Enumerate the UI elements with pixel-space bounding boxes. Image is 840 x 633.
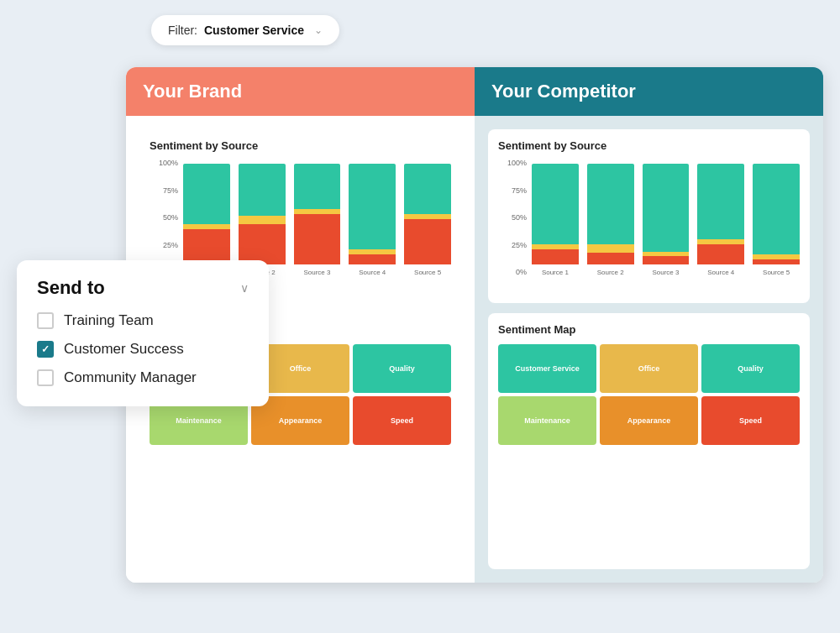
- customer-success-label: Customer Success: [64, 341, 184, 358]
- chevron-down-icon: ∨: [240, 281, 249, 295]
- competitor-bars: Source 1 Source 2: [532, 159, 800, 276]
- bar-group: Source 3: [643, 164, 690, 276]
- filter-value: Customer Service: [204, 24, 304, 37]
- bar-group: Source 2: [239, 164, 286, 276]
- bar-seg-red: [753, 259, 800, 264]
- brand-bars: Source 1 Source 2: [183, 159, 451, 276]
- send-to-card: Send to ∨ Training Team ✓ Customer Succe…: [17, 260, 269, 406]
- competitor-map-grid: Customer Service Office Quality Maintena…: [498, 344, 800, 445]
- bar-group: Source 4: [697, 164, 744, 276]
- bar-seg-yellow: [239, 216, 286, 224]
- y-label: 75%: [150, 186, 181, 195]
- bar-group: Source 5: [753, 164, 800, 276]
- community-manager-label: Community Manager: [64, 369, 197, 386]
- bar-seg-green: [183, 164, 230, 224]
- bar-seg-yellow: [587, 244, 634, 253]
- bar-group: Source 5: [404, 164, 451, 276]
- bar-seg-green: [753, 164, 800, 254]
- filter-label: Filter:: [168, 24, 197, 37]
- competitor-sentiment-chart: Sentiment by Source 0% 25% 50% 75% 100%: [488, 129, 810, 303]
- bar-seg-red: [532, 249, 579, 264]
- bar-label: Source 2: [597, 269, 624, 276]
- bar-stack: [349, 164, 396, 264]
- bar-seg-green: [587, 164, 634, 244]
- competitor-chart-title: Sentiment by Source: [498, 139, 800, 152]
- bar-group: Source 4: [349, 164, 396, 276]
- competitor-title: Your Competitor: [491, 81, 636, 102]
- competitor-header: Your Competitor: [475, 67, 823, 116]
- map-cell-quality: Quality: [701, 344, 800, 393]
- bar-label: Source 4: [707, 269, 734, 276]
- send-to-title: Send to: [37, 277, 105, 299]
- bar-group: Source 2: [587, 164, 634, 276]
- bar-seg-green: [239, 164, 286, 216]
- check-icon: ✓: [41, 343, 50, 355]
- competitor-y-axis: 0% 25% 50% 75% 100%: [498, 159, 530, 276]
- bar-label: Source 3: [303, 269, 330, 276]
- bar-label: Source 5: [763, 269, 790, 276]
- competitor-bar-chart: 0% 25% 50% 75% 100%: [498, 159, 800, 293]
- bar-seg-green: [532, 164, 579, 244]
- bar-stack: [532, 164, 579, 264]
- checkbox-item-customer-success[interactable]: ✓ Customer Success: [37, 341, 249, 358]
- main-container: Filter: Customer Service ⌄ Your Brand Se…: [0, 0, 840, 633]
- brand-title: Your Brand: [143, 81, 242, 102]
- training-team-label: Training Team: [64, 312, 154, 329]
- bar-seg-red: [183, 229, 230, 264]
- competitor-sentiment-map: Sentiment Map Customer Service Office Qu…: [488, 313, 810, 569]
- y-label: 50%: [150, 213, 181, 222]
- competitor-content: Sentiment by Source 0% 25% 50% 75% 100%: [475, 116, 823, 583]
- y-label: 25%: [150, 241, 181, 249]
- bar-group: Source 1: [183, 164, 230, 276]
- bar-seg-red: [294, 214, 341, 264]
- bar-label: Source 3: [652, 269, 679, 276]
- bar-group: Source 1: [532, 164, 579, 276]
- bar-seg-red: [349, 254, 396, 264]
- map-cell-quality: Quality: [353, 344, 451, 393]
- bar-seg-green: [349, 164, 396, 249]
- bar-label: Source 4: [359, 269, 386, 276]
- bar-seg-green: [697, 164, 744, 239]
- bar-label: Source 5: [414, 269, 441, 276]
- filter-bar[interactable]: Filter: Customer Service ⌄: [151, 15, 339, 45]
- bar-seg-green: [294, 164, 341, 209]
- checkbox-customer-success[interactable]: ✓: [37, 341, 54, 358]
- bar-group: Source 3: [294, 164, 341, 276]
- competitor-panel: Your Competitor Sentiment by Source 0% 2…: [475, 67, 823, 583]
- competitor-map-title: Sentiment Map: [498, 323, 800, 336]
- y-label: 100%: [498, 159, 530, 167]
- checkbox-training-team[interactable]: [37, 312, 54, 329]
- y-label: 0%: [498, 268, 530, 276]
- bar-seg-red: [587, 253, 634, 264]
- y-label: 50%: [498, 213, 530, 222]
- send-to-header: Send to ∨: [37, 277, 249, 299]
- brand-chart-title: Sentiment by Source: [150, 139, 451, 152]
- map-cell-maintenance: Maintenance: [498, 396, 596, 445]
- map-cell-office: Office: [600, 344, 698, 393]
- checkbox-item-community-manager[interactable]: Community Manager: [37, 369, 249, 386]
- bar-seg-green: [404, 164, 451, 214]
- brand-header: Your Brand: [126, 67, 475, 116]
- brand-y-axis: 0% 25% 50% 75% 100%: [150, 159, 181, 276]
- bar-stack: [404, 164, 451, 264]
- bar-stack: [239, 164, 286, 264]
- bar-stack: [587, 164, 634, 264]
- checkbox-community-manager[interactable]: [37, 369, 54, 386]
- map-cell-appearance: Appearance: [251, 396, 349, 445]
- checkbox-item-training[interactable]: Training Team: [37, 312, 249, 329]
- bar-label: Source 1: [542, 269, 569, 276]
- bar-seg-red: [239, 224, 286, 264]
- bar-stack: [697, 164, 744, 264]
- y-label: 75%: [498, 186, 530, 195]
- map-cell-customer-service: Customer Service: [498, 344, 596, 393]
- bar-seg-red: [404, 219, 451, 264]
- y-label: 100%: [150, 159, 181, 167]
- chevron-down-icon: ⌄: [314, 24, 323, 36]
- y-label: 25%: [498, 241, 530, 249]
- bar-stack: [294, 164, 341, 264]
- bar-stack: [753, 164, 800, 264]
- map-cell-speed: Speed: [701, 396, 800, 445]
- bar-seg-green: [643, 164, 690, 252]
- map-cell-speed: Speed: [353, 396, 451, 445]
- bar-stack: [183, 164, 230, 264]
